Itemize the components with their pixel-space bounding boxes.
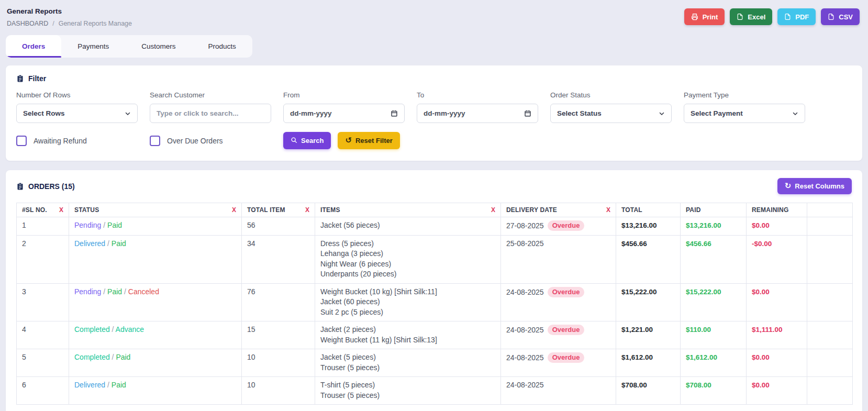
close-column-icon[interactable]: X — [488, 206, 495, 214]
table-header-row: #SL NO.XSTATUSXTOTAL ITEMXITEMSXDELIVERY… — [17, 203, 853, 217]
cell-items: Jacket (56 pieces) — [315, 217, 501, 236]
tab-payments[interactable]: Payments — [61, 35, 125, 58]
cell-delivery-date: 27-08-2025Overdue — [501, 217, 616, 236]
item-line: Night Wear (6 pieces) — [320, 259, 495, 270]
cell-remaining: -$0.00 — [747, 235, 807, 283]
item-line: Suit 2 pc (5 pieces) — [320, 307, 495, 318]
reset-filter-button[interactable]: ↺ Reset Filter — [338, 132, 399, 149]
order-status-advance: Advance — [116, 325, 144, 334]
table-row: 5Completed / Paid10Jacket (5 pieces)Trou… — [17, 349, 853, 377]
breadcrumb: DASHBOARD / General Reports Manage — [7, 20, 132, 27]
order-status-paid: Paid — [107, 221, 122, 229]
awaiting-refund-checkbox[interactable] — [16, 136, 27, 146]
cell-sl-no: 5 — [17, 349, 69, 377]
cell-total-item: 10 — [242, 377, 315, 405]
status-separator: / — [101, 221, 107, 229]
order-status-pending: Pending — [74, 287, 101, 296]
csv-button[interactable]: CSV — [821, 8, 860, 25]
filter-card: Filter Number Of Rows Select Rows Search… — [6, 65, 862, 161]
filter-fields: Number Of Rows Select Rows Search Custom… — [16, 91, 852, 123]
tab-label: Orders — [22, 42, 45, 50]
close-column-icon[interactable]: X — [603, 206, 610, 214]
column-header-label: STATUS — [74, 206, 99, 214]
rows-select[interactable]: Select Rows — [16, 104, 138, 123]
cell-remaining: $0.00 — [747, 377, 807, 405]
from-date-input[interactable]: dd-mm-yyyy — [283, 104, 405, 123]
item-line: Weight Bucket (11 kg) [Shirt Silk:13] — [320, 335, 495, 346]
excel-button[interactable]: Excel — [730, 8, 772, 25]
calendar-icon[interactable] — [524, 109, 531, 117]
cell-total: $456.66 — [616, 235, 681, 283]
to-date-value: dd-mm-yyyy — [424, 109, 524, 117]
awaiting-refund-label: Awaiting Refund — [34, 137, 87, 145]
cell-total-item: 76 — [242, 283, 315, 321]
printer-icon — [691, 13, 698, 20]
close-column-icon[interactable]: X — [302, 206, 309, 214]
page: General Reports DASHBOARD / General Repo… — [0, 0, 868, 411]
item-line: Trouser (5 pieces) — [320, 363, 495, 373]
tab-customers[interactable]: Customers — [125, 35, 192, 58]
column-header-label: ITEMS — [320, 206, 340, 214]
status-separator: / — [110, 325, 116, 334]
filter-heading-label: Filter — [28, 74, 46, 83]
column-header-label: TOTAL — [621, 206, 642, 214]
clipboard-icon — [16, 182, 24, 191]
field-label: Order Status — [550, 91, 672, 99]
reset-columns-button[interactable]: ↻ Reset Columns — [777, 178, 852, 194]
breadcrumb-dashboard-link[interactable]: DASHBOARD — [7, 20, 48, 27]
order-status-completed: Completed — [74, 325, 110, 334]
calendar-icon[interactable] — [391, 109, 398, 117]
cell-remaining: $0.00 — [747, 349, 807, 377]
delivery-date-value: 25-08-2025 — [506, 239, 544, 248]
order-status-paid: Paid — [107, 287, 122, 296]
pdf-button[interactable]: PDF — [777, 8, 816, 25]
breadcrumb-current: General Reports Manage — [59, 20, 132, 27]
cell-total-item: 34 — [242, 235, 315, 283]
print-button[interactable]: Print — [684, 8, 725, 25]
cell-status: Pending / Paid — [69, 217, 242, 236]
close-column-icon[interactable]: X — [56, 206, 63, 214]
to-date-input[interactable]: dd-mm-yyyy — [417, 104, 538, 123]
cell-blank — [807, 235, 853, 283]
field-to-date: To dd-mm-yyyy — [417, 91, 538, 123]
orders-header: ORDERS (15) ↻ Reset Columns — [16, 178, 852, 194]
cell-sl-no: 2 — [17, 235, 69, 283]
search-button-label: Search — [301, 137, 324, 145]
cell-delivery-date: 24-08-2025Overdue — [501, 321, 616, 349]
search-button[interactable]: Search — [283, 132, 331, 149]
chevron-down-icon — [659, 110, 665, 117]
table-row: 3Pending / Paid / Canceled76Weight Bucke… — [17, 283, 853, 321]
field-order-status: Order Status Select Status — [550, 91, 672, 123]
order-status-select[interactable]: Select Status — [550, 104, 672, 123]
cell-paid: $456.66 — [681, 235, 747, 283]
status-separator: / — [101, 287, 107, 296]
cell-status: Pending / Paid / Canceled — [69, 283, 242, 321]
top-bar: General Reports DASHBOARD / General Repo… — [6, 5, 862, 27]
clipboard-icon — [16, 74, 24, 83]
order-status-completed: Completed — [74, 353, 110, 361]
close-column-icon[interactable]: X — [229, 206, 236, 214]
overdue-badge: Overdue — [548, 287, 585, 297]
payment-type-select[interactable]: Select Payment — [684, 104, 805, 123]
tab-products[interactable]: Products — [192, 35, 252, 58]
cell-paid: $1,612.00 — [681, 349, 747, 377]
column-header-label: DELIVERY DATE — [506, 206, 557, 214]
cell-blank — [807, 217, 853, 236]
delivery-date-value: 24-08-2025 — [506, 381, 544, 389]
tab-orders[interactable]: Orders — [6, 35, 61, 58]
cell-blank — [807, 377, 853, 405]
status-separator: / — [122, 287, 128, 296]
csv-file-icon — [828, 13, 834, 20]
search-customer-input[interactable] — [150, 104, 271, 123]
column-header-label: TOTAL ITEM — [247, 206, 285, 214]
column-header-label: REMAINING — [752, 206, 788, 214]
over-due-orders-checkbox[interactable] — [150, 136, 160, 146]
field-number-of-rows: Number Of Rows Select Rows — [16, 91, 138, 123]
pdf-file-icon — [784, 13, 791, 20]
cell-items: T-shirt (5 pieces)Trouser (5 pieces) — [315, 377, 501, 405]
column-header-blank — [807, 203, 853, 217]
cell-items: Dress (5 pieces)Lehanga (3 pieces)Night … — [315, 235, 501, 283]
over-due-orders-label: Over Due Orders — [167, 137, 223, 145]
table-row: 1Pending / Paid56Jacket (56 pieces)27-08… — [17, 217, 853, 236]
cell-blank — [807, 283, 853, 321]
